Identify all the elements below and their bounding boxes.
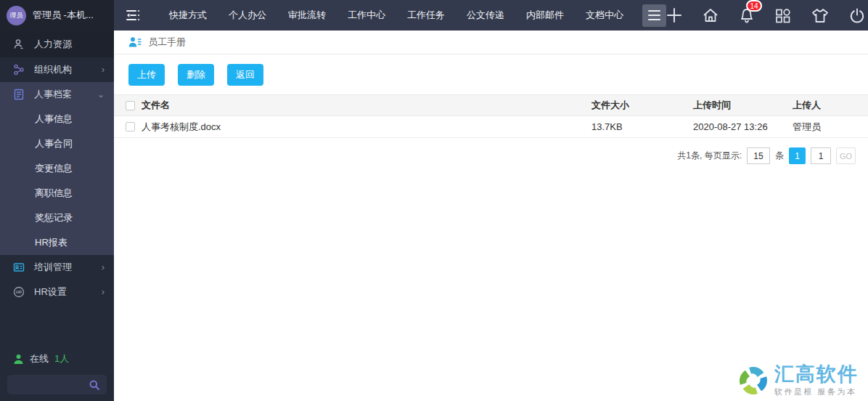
nav-item-document-center[interactable]: 文档中心 <box>575 9 634 22</box>
nav-item-shortcuts[interactable]: 快捷方式 <box>158 9 218 22</box>
home-icon[interactable] <box>702 7 719 23</box>
cell-upload-time: 2020-08-27 13:26 <box>693 116 793 138</box>
page-size-input[interactable] <box>747 147 770 164</box>
archive-file-icon <box>13 89 25 100</box>
online-count: 1人 <box>54 352 69 365</box>
more-menus-button[interactable] <box>642 4 666 27</box>
pagination-unit: 条 <box>775 150 784 162</box>
column-header-filename: 文件名 <box>142 95 591 116</box>
sidebar-item-label: 人事档案 <box>34 88 88 101</box>
sidebar-item-training-management[interactable]: 培训管理 › <box>0 255 114 280</box>
notifications-bell-icon[interactable]: 14 <box>739 7 755 24</box>
go-button[interactable]: GO <box>836 147 856 164</box>
person-icon <box>13 39 25 50</box>
org-chart-icon <box>13 64 25 76</box>
delete-button[interactable]: 删除 <box>178 64 214 86</box>
cell-uploader: 管理员 <box>793 116 868 138</box>
column-header-filesize: 文件大小 <box>591 95 693 116</box>
top-bar: 理员 管理员 -本机... 快捷方式 个人办公 审批流转 工作中心 工作任务 公… <box>0 0 868 31</box>
online-user-icon <box>13 354 24 365</box>
sidebar-item-label: 组织机构 <box>34 63 92 76</box>
toolbar: 上传 删除 返回 <box>114 54 868 94</box>
sidebar-item-label: HR设置 <box>34 285 92 299</box>
main-content: 员工手册 上传 删除 返回 文件名 文件大小 上传时间 上传人 人事考核制度.d… <box>114 31 868 401</box>
nav-item-approval-flow[interactable]: 审批流转 <box>277 9 337 22</box>
add-icon[interactable] <box>666 7 682 23</box>
sidebar-item-organization[interactable]: 组织机构 › <box>0 57 114 82</box>
sidebar-search-box[interactable] <box>7 375 107 394</box>
nav-item-work-tasks[interactable]: 工作任务 <box>396 9 456 22</box>
vendor-watermark: 汇高软件 软件是根 服务为本 <box>736 363 859 398</box>
sidebar-item-personnel-archive[interactable]: 人事档案 ⌄ <box>0 82 114 107</box>
column-header-uploader: 上传人 <box>793 95 868 116</box>
search-icon[interactable] <box>89 379 100 391</box>
user-brand-area[interactable]: 理员 管理员 -本机... <box>0 0 114 31</box>
sidebar-item-label: 培训管理 <box>34 261 92 274</box>
pagination-summary: 共1条, 每页显示: <box>677 150 742 162</box>
page-title: 员工手册 <box>148 36 186 49</box>
notification-badge: 14 <box>746 0 762 12</box>
watermark-subtitle: 软件是根 服务为本 <box>774 386 859 397</box>
nav-item-work-center[interactable]: 工作中心 <box>337 9 396 22</box>
upload-button[interactable]: 上传 <box>128 64 165 86</box>
cell-filename[interactable]: 人事考核制度.docx <box>142 116 591 138</box>
sidebar-subitem-reward-punishment[interactable]: 奖惩记录 <box>0 206 114 230</box>
table-header-row: 文件名 文件大小 上传时间 上传人 <box>114 95 868 116</box>
svg-text:HR: HR <box>16 290 22 294</box>
sidebar-subitem-personnel-contract[interactable]: 人事合同 <box>0 131 114 156</box>
chevron-down-icon: ⌄ <box>97 89 105 100</box>
apps-grid-icon[interactable] <box>774 7 791 24</box>
sidebar-item-label: 人力资源 <box>34 38 105 51</box>
pagination: 共1条, 每页显示: 条 1 GO <box>114 138 868 164</box>
sidebar: 人力资源 组织机构 › 人事档案 ⌄ 人事信息 人事合同 变更信息 离职信息 奖… <box>0 31 114 401</box>
online-status: 在线 1人 <box>7 352 107 375</box>
chevron-right-icon: › <box>102 287 105 297</box>
sidebar-subitem-hr-report[interactable]: HR报表 <box>0 230 114 255</box>
top-nav: 快捷方式 个人办公 审批流转 工作中心 工作任务 公文传递 内部邮件 文档中心 … <box>114 0 868 31</box>
top-icon-group: 14 <box>666 7 868 24</box>
row-checkbox[interactable] <box>126 122 135 131</box>
watermark-title: 汇高软件 <box>774 364 859 384</box>
nav-item-internal-mail[interactable]: 内部邮件 <box>515 9 575 22</box>
user-list-icon <box>128 36 142 48</box>
column-header-upload-time: 上传时间 <box>693 95 793 116</box>
current-page-button[interactable]: 1 <box>789 147 806 164</box>
nav-item-document-delivery[interactable]: 公文传递 <box>456 9 515 22</box>
page-number-input[interactable] <box>811 147 831 164</box>
pinwheel-logo-icon <box>736 363 771 398</box>
sidebar-item-hr-settings[interactable]: HR HR设置 › <box>0 280 114 304</box>
id-card-icon <box>13 262 25 273</box>
chevron-right-icon: › <box>102 262 105 272</box>
sidebar-search-input[interactable] <box>14 380 89 390</box>
sidebar-subitem-personnel-info[interactable]: 人事信息 <box>0 107 114 131</box>
sidebar-subitem-resignation-info[interactable]: 离职信息 <box>0 181 114 206</box>
hr-circle-icon: HR <box>13 286 25 298</box>
back-button[interactable]: 返回 <box>227 64 263 86</box>
sidebar-item-human-resources[interactable]: 人力资源 <box>0 31 114 57</box>
user-label: 管理员 -本机... <box>33 9 94 22</box>
sidebar-bottom: 在线 1人 <box>0 352 114 394</box>
table-row[interactable]: 人事考核制度.docx 13.7KB 2020-08-27 13:26 管理员 <box>114 116 868 138</box>
menu-fold-icon[interactable] <box>125 9 141 22</box>
chevron-right-icon: › <box>102 65 105 75</box>
sidebar-group-personnel-archive: 人事档案 ⌄ 人事信息 人事合同 变更信息 离职信息 奖惩记录 HR报表 <box>0 82 114 255</box>
online-label: 在线 <box>30 352 49 365</box>
theme-skin-icon[interactable] <box>811 7 830 24</box>
cell-filesize: 13.7KB <box>591 116 693 138</box>
nav-item-personal-office[interactable]: 个人办公 <box>218 9 277 22</box>
breadcrumb: 员工手册 <box>114 31 868 54</box>
sidebar-subitem-change-info[interactable]: 变更信息 <box>0 156 114 181</box>
file-table: 文件名 文件大小 上传时间 上传人 人事考核制度.docx 13.7KB 202… <box>114 94 868 138</box>
avatar[interactable]: 理员 <box>7 6 26 25</box>
select-all-checkbox[interactable] <box>126 101 135 110</box>
power-logout-icon[interactable] <box>849 7 865 24</box>
